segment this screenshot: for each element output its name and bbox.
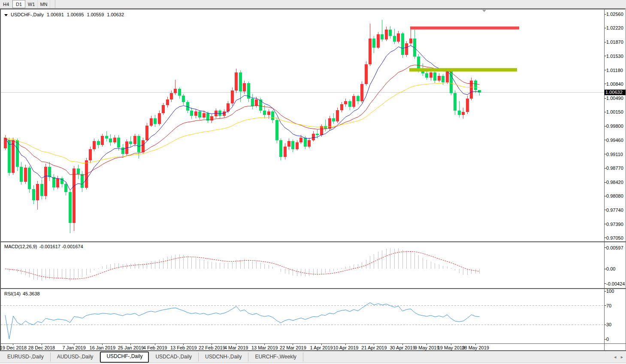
close-value: 1.00632 (107, 12, 124, 17)
candle-body (121, 147, 124, 154)
candle-body (425, 73, 428, 77)
candle-body (279, 140, 282, 157)
macd-axis-label: 0.00 (606, 266, 615, 272)
timeframe-button-d1[interactable]: D1 (12, 0, 25, 8)
candle-body (142, 140, 145, 152)
chart-window-top-border (0, 9, 626, 9)
tab-usdcnh-daily[interactable]: USDCNH-,Daily (199, 352, 248, 361)
candle-body (433, 72, 436, 81)
low-value: 1.00559 (87, 12, 104, 17)
candle-body (255, 99, 258, 106)
timeframe-button-w1[interactable]: W1 (25, 0, 38, 8)
candle-body (267, 111, 270, 115)
timeframe-toolbar: H4D1W1MN (0, 0, 626, 9)
candle-body (162, 105, 165, 113)
candle-body (113, 138, 116, 142)
candle-body (291, 141, 294, 149)
price-axis-divider[interactable] (604, 9, 605, 350)
candle-body (24, 168, 27, 182)
candle-body (20, 167, 23, 182)
candle-body (206, 113, 209, 120)
high-value: 1.00695 (67, 12, 84, 17)
candle-body (243, 83, 246, 91)
toolbar-separator (55, 0, 55, 8)
tab-eurchf-weekly[interactable]: EURCHF-,Weekly (248, 352, 303, 361)
price-axis-label: 0.98770 (606, 165, 623, 171)
candle-body (178, 89, 181, 96)
candle-body (478, 90, 481, 93)
price-axis-label: 1.00840 (606, 81, 623, 87)
candle-body (150, 118, 153, 126)
candle-body (117, 138, 120, 147)
price-axis-label: 0.99110 (606, 152, 623, 157)
candle-body (458, 111, 461, 114)
candle-body (442, 76, 445, 82)
tab-usdchf-daily[interactable]: USDCHF-,Daily (100, 352, 149, 363)
price-chart-canvas[interactable] (0, 0, 626, 364)
candle-body (360, 84, 363, 101)
support-line (409, 68, 517, 72)
candle-body (64, 184, 67, 192)
candle-body (438, 76, 441, 81)
mid-ma-line (5, 65, 480, 176)
candle-body (397, 33, 400, 42)
rsi-axis-label: 30 (606, 322, 611, 328)
candle-body (97, 141, 100, 145)
chart-window-bottom-border (0, 350, 626, 351)
candle-body (466, 99, 469, 112)
current-price-badge: 1.00632 (605, 90, 626, 95)
rsi-axis-label: 70 (606, 303, 611, 309)
chart-tab-bar: EURUSD-,DailyAUDUSD-,DailyUSDCHF-,DailyU… (0, 352, 626, 363)
candle-body (182, 96, 185, 102)
candle-body (316, 134, 319, 135)
candle-body (137, 136, 140, 152)
date-label: 28 May 2019 (456, 345, 495, 350)
candle-body (218, 111, 221, 115)
timeframe-button-h4[interactable]: H4 (0, 0, 12, 8)
candle-body (284, 147, 287, 157)
chart-collapse-icon[interactable] (4, 14, 8, 16)
candle-body (393, 36, 396, 42)
candle-body (263, 111, 266, 114)
tab-usdcad-daily[interactable]: USDCAD-,Daily (149, 352, 199, 361)
rsi-pane-label: RSI(14)45.3638 (4, 291, 42, 296)
tab-audusd-daily[interactable]: AUDUSD-,Daily (51, 352, 100, 361)
macd-pane-divider[interactable] (0, 241, 626, 242)
candle-body (454, 93, 457, 111)
price-axis-label: 0.97050 (606, 235, 623, 241)
tab-scroll-left-icon[interactable]: ◄ (613, 355, 617, 359)
candle-body (223, 111, 226, 115)
candle-body (474, 81, 477, 90)
candle-body (401, 33, 404, 54)
tab-scroll-right-icon[interactable]: ► (620, 355, 624, 359)
rsi-line (5, 303, 480, 339)
candle-body (174, 89, 177, 93)
macd-pane-label: MACD(12,26,9)-0.001617 -0.001674 (4, 244, 85, 249)
candle-body (93, 141, 96, 149)
candle-body (16, 140, 19, 167)
candle-body (344, 101, 347, 105)
tab-eurusd-daily[interactable]: EURUSD-,Daily (1, 352, 51, 361)
candle-body (8, 140, 11, 173)
candle-body (389, 30, 392, 36)
candle-body (446, 71, 449, 83)
rsi-indicator-value: 45.3638 (23, 291, 40, 296)
price-axis-label: 1.02560 (606, 12, 623, 17)
candle-body (73, 168, 76, 223)
symbol-label: USDCHF-,Daily (11, 12, 44, 17)
rsi-axis-label: 0 (606, 337, 609, 342)
macd-axis-label: 0.00597 (606, 245, 623, 251)
rsi-pane-divider[interactable] (0, 288, 626, 289)
candle-body (44, 167, 47, 196)
candle-body (320, 126, 323, 135)
candle-body (328, 118, 331, 129)
candle-body (271, 111, 274, 120)
candle-body (203, 113, 206, 117)
candle-body (405, 43, 408, 55)
chart-window-left-border (0, 9, 1, 351)
candle-body (32, 189, 35, 200)
candle-body (312, 134, 315, 140)
price-axis-label: 1.00490 (606, 96, 623, 101)
price-axis-label: 0.99460 (606, 138, 623, 143)
timeframe-button-mn[interactable]: MN (38, 0, 50, 8)
